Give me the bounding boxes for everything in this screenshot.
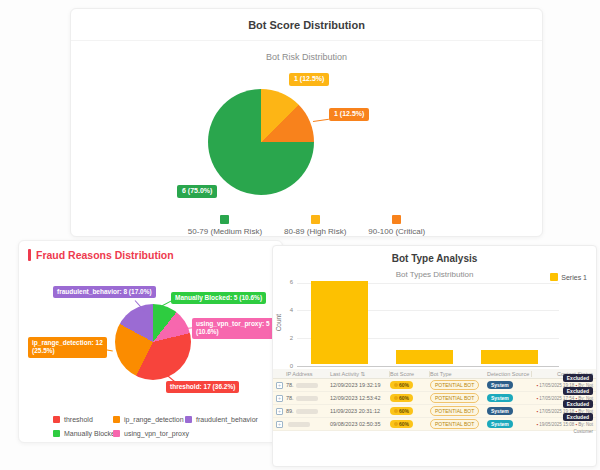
legend-label: ip_range_detection [124, 416, 184, 423]
pie-label-vpn: using_vpn_tor_proxy: 5 (10.6%) [192, 318, 274, 339]
legend-item-threshold[interactable]: threshold [53, 416, 93, 423]
bot-type-card-title: Bot Type Analysis [273, 253, 596, 264]
purple-swatch-icon [185, 416, 192, 423]
row-expander-icon[interactable]: + [276, 421, 283, 428]
score-dot-icon [394, 422, 398, 426]
green-swatch-icon [220, 215, 229, 224]
pie-label-threshold: threshold: 17 (36.2%) [166, 381, 239, 393]
orange-swatch-icon [113, 416, 120, 423]
status-badge: Excluded [563, 387, 593, 395]
orange-swatch-icon [392, 215, 401, 224]
redacted-ip [296, 409, 318, 414]
fraud-reasons-pie[interactable] [115, 304, 191, 380]
legend-label: 80-89 (High Risk) [284, 227, 346, 236]
pink-swatch-icon [113, 430, 120, 437]
green-swatch-icon [53, 430, 60, 437]
y-tick-2: 2 [281, 335, 293, 341]
bot-risk-legend: 50-79 (Medium Risk) 80-89 (High Risk) 90… [71, 215, 542, 236]
bot-types-chart-title: Bot Types Distribution [273, 270, 596, 279]
row-expander-icon[interactable]: + [276, 382, 283, 389]
pie-label-fraudulent-behavior: fraudulent_behavior: 8 (17.0%) [53, 286, 156, 298]
row-expander-icon[interactable]: + [276, 408, 283, 415]
legend-item-high-risk[interactable]: 80-89 (High Risk) [284, 215, 346, 236]
legend-item-series1[interactable]: Series 1 [550, 273, 587, 281]
legend-label: Manually Blocked [64, 430, 119, 437]
col-detection-source: Detection Source [487, 371, 532, 377]
bot-type-badge: POTENTIAL BOT [430, 393, 479, 403]
detection-source-badge: System [487, 407, 513, 415]
bullet-icon: ▪ [576, 422, 578, 427]
y-tick-6: 6 [281, 279, 293, 285]
legend-item-vpn[interactable]: using_vpn_tor_proxy [113, 430, 189, 437]
fraud-card-header: Fraud Reasons Distribution [28, 249, 174, 261]
ip-cell: 89. [286, 408, 330, 414]
bar-series1-2[interactable] [481, 350, 538, 364]
leader-line-critical [313, 119, 329, 122]
red-swatch-icon [53, 416, 60, 423]
score-dot-icon [394, 383, 398, 387]
status-cell: Excluded ▪19/05/2025 15:08 ▪By: Not Cust… [532, 413, 596, 435]
detection-source-badge: System [487, 394, 513, 402]
status-badge: Excluded [563, 400, 593, 408]
table-row[interactable]: + 09/08/2023 02:50:35 60% POTENTIAL BOT … [273, 418, 596, 431]
gold-swatch-icon [550, 273, 558, 281]
bar-series1-0[interactable] [311, 281, 368, 364]
pie-label-medium-risk: 6 (75.0%) [177, 185, 217, 198]
bot-score-badge: 60% [390, 381, 413, 389]
bot-score-badge: 60% [390, 407, 413, 415]
redacted-ip [296, 383, 318, 388]
y-tick-4: 4 [281, 307, 293, 313]
y-axis-label: Count [275, 314, 282, 331]
last-activity-cell: 11/09/2023 20:31:12 [330, 408, 390, 414]
bot-type-badge: POTENTIAL BOT [430, 419, 479, 429]
col-last-activity[interactable]: Last Activity ⇅ [330, 371, 390, 377]
legend-label: threshold [64, 416, 93, 423]
legend-label: Series 1 [561, 274, 587, 281]
legend-item-manually-blocked[interactable]: Manually Blocked [53, 430, 119, 437]
bot-risk-pie[interactable] [208, 89, 314, 195]
pie-label-manually-blocked: Manually Blocked: 5 (10.6%) [171, 292, 266, 304]
legend-item-medium-risk[interactable]: 50-79 (Medium Risk) [188, 215, 262, 236]
status-badge: Excluded [563, 413, 593, 421]
ip-cell [286, 421, 330, 427]
bar-series1-1[interactable] [396, 350, 453, 364]
col-bot-type: Bot Type [430, 371, 487, 377]
legend-label: using_vpn_tor_proxy [124, 430, 189, 437]
legend-item-ip-range[interactable]: ip_range_detection [113, 416, 184, 423]
fraud-card-title: Fraud Reasons Distribution [36, 249, 174, 261]
status-badge: Excluded [563, 374, 593, 382]
col-bot-score: Bot Score [390, 371, 430, 377]
bot-type-badge: POTENTIAL BOT [430, 406, 479, 416]
score-dot-icon [394, 396, 398, 400]
score-dot-icon [394, 409, 398, 413]
detection-source-badge: System [487, 381, 513, 389]
bot-type-badge: POTENTIAL BOT [430, 380, 479, 390]
ip-cell: 78. [286, 382, 330, 388]
bot-type-card: Bot Type Analysis Bot Types Distribution… [272, 245, 597, 467]
redacted-ip [288, 422, 310, 427]
bot-score-card: Bot Score Distribution Bot Risk Distribu… [70, 8, 543, 237]
row-expander-icon[interactable]: + [276, 395, 283, 402]
x-axis-line [297, 366, 559, 367]
legend-item-critical[interactable]: 90-100 (Critical) [368, 215, 425, 236]
dashboard: Bot Score Distribution Bot Risk Distribu… [0, 0, 600, 470]
redacted-ip [296, 396, 318, 401]
detection-source-badge: System [487, 420, 513, 428]
bot-table: IP Address Last Activity ⇅ Bot Score Bot… [273, 369, 596, 431]
legend-item-fraudulent-behavior[interactable]: fraudulent_behavior [185, 416, 258, 423]
yellow-swatch-icon [311, 215, 320, 224]
fraud-reasons-card: Fraud Reasons Distribution fraudulent_be… [18, 240, 283, 443]
legend-label: 90-100 (Critical) [368, 227, 425, 236]
legend-label: fraudulent_behavior [196, 416, 258, 423]
last-activity-cell: 12/09/2023 19:32:19 [330, 382, 390, 388]
last-activity-cell: 09/08/2023 02:50:35 [330, 421, 390, 427]
sort-icon[interactable]: ⇅ [361, 371, 366, 377]
bot-risk-chart-title: Bot Risk Distribution [71, 52, 542, 62]
last-activity-cell: 12/09/2023 12:53:42 [330, 395, 390, 401]
pie-label-critical: 1 (12.5%) [329, 108, 369, 121]
bot-score-card-title: Bot Score Distribution [71, 9, 542, 41]
ip-cell: 78. [286, 395, 330, 401]
pie-label-high-risk: 1 (12.5%) [289, 73, 329, 86]
bot-score-badge: 60% [390, 420, 413, 428]
col-ip-address: IP Address [286, 371, 330, 377]
